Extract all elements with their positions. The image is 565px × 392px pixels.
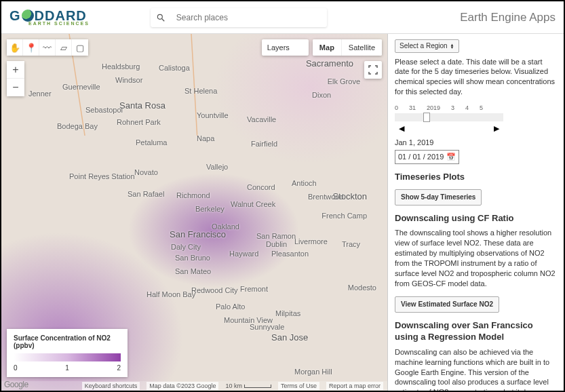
svg-line-5: [191, 34, 205, 136]
city-vacaville: Vacaville: [247, 115, 276, 123]
city-napa: Napa: [197, 134, 214, 142]
city-calistoga: Calistoga: [159, 64, 190, 72]
city-morgan-hill: Morgan Hill: [294, 368, 332, 376]
city-milpitas: Milpitas: [275, 309, 300, 317]
city-antioch: Antioch: [292, 179, 317, 187]
city-hayward: Hayward: [229, 250, 258, 258]
city-walnut-creek: Walnut Creek: [231, 200, 275, 208]
slider-tick-labels: 0 31 2019 3 4 5: [395, 104, 557, 112]
city-san-jose: San Jose: [271, 332, 308, 342]
city-oakland: Oakland: [212, 222, 239, 231]
city-dixon: Dixon: [312, 91, 331, 99]
slider-track[interactable]: [395, 113, 503, 121]
zoom-out-button[interactable]: −: [7, 79, 24, 96]
line-tool[interactable]: 〰: [39, 39, 56, 56]
legend-title: Surface Concentration of NO2 (ppbv): [14, 334, 121, 349]
fullscreen-icon: [368, 65, 378, 75]
legend: Surface Concentration of NO2 (ppbv) 0 1 …: [7, 329, 128, 377]
city-novato: Novato: [134, 168, 158, 176]
logo-text: DDARD: [35, 9, 87, 22]
slider-next-button[interactable]: ▶: [490, 123, 503, 134]
region-select[interactable]: Select a Region ▲▼: [395, 39, 459, 53]
city-sacramento: Sacramento: [306, 58, 353, 68]
city-sunnyvale: Sunnyvale: [250, 323, 284, 331]
city-vallejo: Vallejo: [206, 163, 228, 171]
sort-icon: ▲▼: [450, 43, 454, 49]
drawing-toolbar: ✋ 📍 〰 ▱ ▢: [7, 39, 88, 56]
side-panel: Select a Region ▲▼ Please select a date.…: [387, 34, 564, 391]
search-box[interactable]: [151, 8, 327, 27]
region-select-label: Select a Region: [400, 41, 448, 51]
city-dublin: Dublin: [266, 240, 287, 248]
city-palo-alto: Palo Alto: [216, 302, 245, 311]
date-slider[interactable]: 0 31 2019 3 4 5 ◀ ▶: [395, 104, 557, 134]
maptype-satellite[interactable]: Satellite: [341, 39, 382, 56]
layers-dropdown[interactable]: Layers: [262, 39, 309, 56]
show-timeseries-button[interactable]: Show 5-day Timeseries: [395, 189, 482, 205]
logo-letter-g: G: [9, 9, 21, 22]
city-elk-grove: Elk Grove: [328, 77, 360, 85]
city-tracy: Tracy: [342, 240, 360, 248]
view-cf-no2-button[interactable]: View Estimated Surface NO2: [395, 296, 499, 313]
legend-tick-0: 0: [14, 364, 18, 372]
svg-point-0: [157, 14, 162, 19]
terms-link[interactable]: Terms of Use: [278, 382, 319, 390]
cf-heading: Downscaling using CF Ratio: [395, 212, 557, 224]
search-input[interactable]: [175, 12, 322, 23]
city-concord: Concord: [247, 183, 275, 191]
search-icon: [156, 13, 165, 22]
polygon-tool[interactable]: ▱: [56, 39, 72, 56]
city-daly-city: Daly City: [171, 243, 201, 251]
point-tool[interactable]: 📍: [23, 39, 39, 56]
city-point-reyes: Point Reyes Station: [69, 172, 135, 180]
city-half-moon-bay: Half Moon Bay: [147, 290, 195, 298]
legend-tick-2: 2: [117, 364, 121, 372]
maptype-map[interactable]: Map: [313, 39, 341, 56]
rectangle-tool[interactable]: ▢: [72, 39, 88, 56]
header: G DDARD EARTH SCIENCES Earth Engine Apps: [1, 1, 564, 34]
city-brentwood: Brentwood: [308, 193, 344, 201]
map-canvas[interactable]: Sacramento Santa Rosa San Francisco San …: [1, 34, 387, 391]
globe-icon: [22, 9, 34, 22]
keyboard-shortcuts-link[interactable]: Keyboard shortcuts: [82, 382, 140, 390]
city-sebastopol: Sebastopol: [85, 106, 123, 114]
slider-handle[interactable]: [423, 113, 430, 122]
city-redwood-city: Redwood City: [191, 286, 237, 294]
pan-tool[interactable]: ✋: [7, 39, 23, 56]
zoom-in-button[interactable]: +: [7, 61, 24, 79]
logo: G DDARD EARTH SCIENCES: [9, 9, 90, 26]
city-san-ramon: San Ramon: [256, 232, 296, 240]
timeseries-heading: Timeseries Plots: [395, 171, 557, 183]
city-berkeley: Berkeley: [195, 205, 225, 213]
zoom-control: + −: [7, 61, 24, 96]
regression-description: Downscaling can also be achieved via the…: [395, 347, 557, 391]
city-bodega-bay: Bodega Bay: [57, 122, 98, 130]
scale-label: 10 km: [225, 383, 242, 389]
city-san-rafael: San Rafael: [128, 190, 164, 198]
city-yountville: Yountville: [197, 111, 229, 119]
calendar-icon: 📅: [446, 152, 456, 162]
map-footer: Keyboard shortcuts Map data ©2023 Google…: [1, 381, 387, 391]
svg-line-1: [162, 18, 165, 21]
city-healdsburg: Healdsburg: [102, 62, 140, 71]
city-san-bruno: San Bruno: [175, 254, 210, 262]
legend-tick-1: 1: [65, 364, 69, 372]
city-windsor: Windsor: [115, 76, 142, 84]
city-pleasanton: Pleasanton: [271, 250, 309, 258]
selected-date-label: Jan 1, 2019: [395, 138, 557, 148]
city-st-helena: St Helena: [184, 87, 217, 95]
city-santa-rosa: Santa Rosa: [119, 100, 165, 111]
city-petaluma: Petaluma: [136, 138, 167, 146]
city-livermore: Livermore: [294, 237, 328, 246]
app-title: Earth Engine Apps: [460, 11, 556, 24]
legend-gradient: [14, 353, 121, 361]
city-san-mateo: San Mateo: [175, 267, 211, 275]
report-error-link[interactable]: Report a map error: [326, 382, 383, 390]
logo-subtitle: EARTH SCIENCES: [28, 21, 90, 26]
date-input-value: 01 / 01 / 2019: [398, 152, 444, 162]
regression-heading: Downscaling over San Francsico using a R…: [395, 319, 557, 343]
slider-prev-button[interactable]: ◀: [395, 123, 408, 134]
date-input[interactable]: 01 / 01 / 2019 📅: [395, 150, 459, 164]
fullscreen-button[interactable]: [364, 61, 382, 79]
intro-text: Please select a date. This date will be …: [395, 57, 557, 97]
